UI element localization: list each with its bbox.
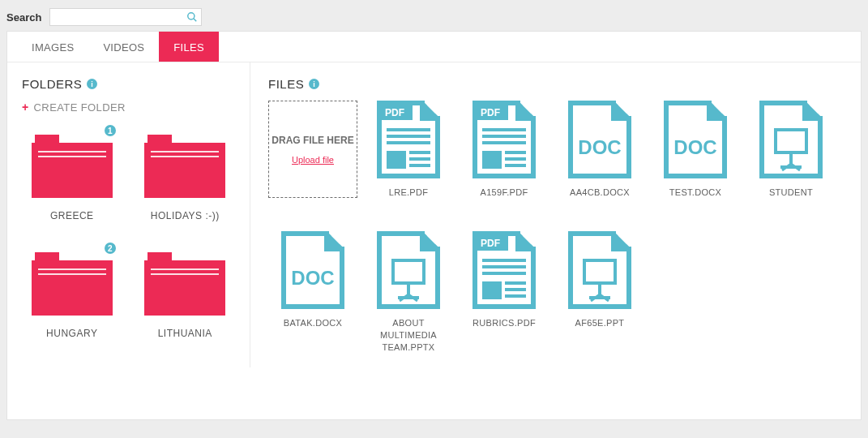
files-title: FILES i (268, 77, 843, 91)
file-item[interactable]: PDF A159F.PDF (460, 101, 549, 199)
file-label: BATAK.DOCX (284, 317, 342, 329)
ppt-file-icon (568, 231, 631, 309)
tabs: IMAGES VIDEOS FILES (7, 32, 861, 62)
pdf-file-icon: PDF (377, 101, 440, 178)
svg-rect-97 (505, 294, 526, 298)
file-label: STUDENT (769, 187, 813, 199)
svg-line-1 (194, 19, 196, 21)
plus-icon: + (22, 101, 29, 114)
svg-rect-28 (387, 151, 406, 169)
file-label: TEST.DOCX (669, 187, 721, 199)
file-label: AA4CB.DOCX (570, 187, 630, 199)
file-label: LRE.PDF (389, 187, 429, 199)
svg-rect-27 (387, 141, 430, 144)
ppt-file-icon (377, 231, 440, 309)
svg-rect-91 (482, 259, 526, 262)
folder-item[interactable]: LITHUANIA (135, 246, 236, 339)
folder-label: GREECE (50, 210, 94, 221)
search-input[interactable] (49, 8, 202, 26)
file-item[interactable]: AF65E.PPT (555, 231, 644, 354)
file-manager-panel: IMAGES VIDEOS FILES FOLDERS i + CREATE F… (6, 31, 862, 420)
svg-rect-45 (505, 164, 526, 167)
svg-rect-40 (482, 135, 526, 138)
svg-rect-5 (38, 156, 106, 157)
svg-text:PDF: PDF (481, 107, 500, 118)
folder-icon: 1 (32, 128, 113, 200)
dropzone[interactable]: DRAG FILE HERE Upload file (268, 101, 357, 198)
file-item[interactable]: ABOUT MULTIMEDIA TEAM.PPTX (364, 231, 453, 354)
svg-marker-35 (518, 101, 536, 118)
svg-marker-71 (327, 231, 344, 249)
file-item[interactable]: DOC BATAK.DOCX (268, 231, 357, 354)
dropzone-text: DRAG FILE HERE (272, 134, 353, 147)
file-item[interactable]: DOC TEST.DOCX (651, 101, 740, 199)
file-label: AF65E.PPT (575, 317, 625, 329)
pdf-file-icon: PDF (472, 101, 536, 178)
svg-rect-42 (482, 151, 502, 169)
file-item[interactable]: STUDENT (746, 101, 836, 199)
svg-rect-43 (505, 151, 526, 154)
tab-files[interactable]: FILES (159, 32, 219, 62)
svg-rect-95 (505, 281, 526, 285)
svg-rect-13 (38, 273, 106, 275)
folder-label: HUNGARY (46, 328, 97, 339)
search-label: Search (6, 11, 41, 24)
svg-marker-101 (614, 231, 631, 249)
svg-rect-29 (409, 151, 430, 154)
upload-file-link[interactable]: Upload file (292, 155, 334, 165)
svg-rect-31 (409, 164, 430, 167)
create-folder-button[interactable]: + CREATE FOLDER (22, 101, 235, 114)
folder-label: LITHUANIA (158, 328, 212, 339)
svg-rect-39 (482, 128, 526, 131)
svg-rect-92 (482, 265, 526, 268)
svg-rect-4 (38, 151, 106, 152)
file-label: A159F.PDF (481, 187, 528, 199)
svg-marker-55 (709, 101, 727, 118)
svg-rect-17 (151, 273, 219, 275)
svg-rect-12 (38, 268, 106, 270)
folders-title: FOLDERS i (22, 77, 235, 91)
svg-point-0 (188, 13, 195, 19)
file-item[interactable]: DOC AA4CB.DOCX (555, 101, 644, 199)
folder-badge: 1 (103, 123, 118, 138)
folders-sidebar: FOLDERS i + CREATE FOLDER 1 GREECE HOLID… (7, 62, 250, 367)
files-main: FILES i DRAG FILE HERE Upload file PDF L… (250, 62, 861, 367)
doc-file-icon: DOC (664, 101, 727, 178)
folder-badge: 2 (103, 241, 118, 256)
folder-item[interactable]: 2 HUNGARY (22, 246, 122, 339)
doc-file-icon: DOC (281, 231, 344, 309)
tab-images[interactable]: IMAGES (17, 32, 88, 62)
svg-rect-44 (505, 157, 526, 161)
svg-rect-30 (409, 157, 430, 161)
file-label: RUBRICS.PDF (472, 317, 536, 329)
folder-icon (144, 246, 225, 318)
svg-marker-77 (422, 231, 440, 249)
svg-marker-49 (614, 101, 631, 118)
tab-videos[interactable]: VIDEOS (88, 32, 159, 62)
svg-rect-8 (151, 151, 219, 152)
svg-marker-21 (422, 101, 440, 118)
svg-rect-26 (387, 135, 430, 138)
svg-rect-16 (151, 268, 219, 270)
svg-rect-41 (482, 141, 526, 144)
info-icon[interactable]: i (309, 79, 319, 89)
svg-rect-9 (151, 156, 219, 157)
svg-rect-25 (387, 128, 430, 131)
folder-item[interactable]: HOLIDAYS :-)) (135, 128, 236, 221)
svg-rect-96 (505, 288, 526, 291)
ppt-file-icon (759, 101, 823, 178)
folder-icon: 2 (32, 246, 113, 318)
file-item[interactable]: PDF LRE.PDF (364, 101, 453, 199)
folder-icon (144, 128, 225, 200)
folder-item[interactable]: 1 GREECE (22, 128, 122, 221)
info-icon[interactable]: i (87, 79, 97, 89)
svg-text:DOC: DOC (578, 136, 621, 158)
svg-rect-93 (482, 272, 526, 275)
svg-rect-94 (482, 281, 502, 299)
folder-label: HOLIDAYS :-)) (151, 210, 220, 221)
svg-marker-87 (518, 231, 536, 249)
search-icon[interactable] (186, 11, 198, 23)
svg-marker-61 (805, 101, 823, 118)
svg-text:DOC: DOC (291, 267, 334, 289)
file-item[interactable]: PDF RUBRICS.PDF (460, 231, 549, 354)
